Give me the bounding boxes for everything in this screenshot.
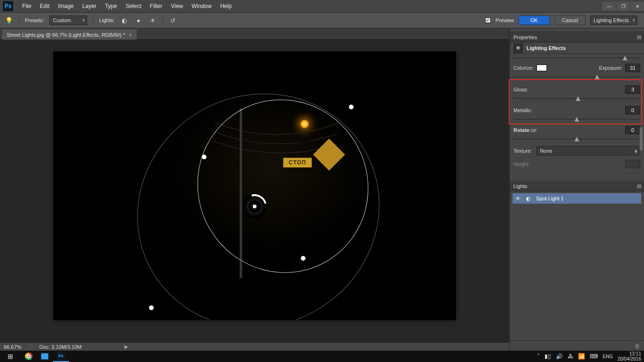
properties-tab[interactable]: Properties▤ [510,32,644,42]
light-handle[interactable] [202,155,206,159]
light-handle[interactable] [301,256,305,261]
colorize-swatch[interactable] [537,65,547,71]
tray-network-icon[interactable]: 🖧 [568,353,573,360]
zoom-level[interactable]: 66.67% [4,344,21,350]
properties-scrollbar[interactable] [639,71,643,157]
menu-view[interactable]: View [166,0,187,12]
status-info-icon[interactable]: ⬚ [28,344,33,350]
menu-window[interactable]: Window [187,0,216,12]
properties-header: ✳ Lighting Effects [510,42,644,54]
exposure-slider[interactable] [513,74,640,79]
canvas[interactable]: СТОП [54,52,455,320]
tray-keyboard-icon[interactable]: ⌨ [590,353,598,360]
exposure-label: Exposure: [599,65,622,71]
gloss-slider[interactable] [513,96,640,101]
taskbar-photoviewer-icon[interactable] [37,351,53,362]
menu-image[interactable]: Image [54,0,78,12]
cancel-button[interactable]: Cancel [554,16,586,25]
taskbar-photoshop-icon[interactable]: Ps [53,351,69,362]
light-list-item[interactable]: 👁 ◐ Spot Light 1 [512,193,641,204]
metallic-slider[interactable] [513,117,640,122]
point-light-icon[interactable]: ● [134,16,143,25]
light-item-label: Spot Light 1 [536,196,564,201]
document-tab[interactable]: Street Lights.jpg @ 66.7% (Light Effects… [2,29,137,41]
height-value [625,160,640,168]
preview-label: Preview [495,17,514,23]
lights-tab[interactable]: Lights▤ [510,181,644,191]
tray-language[interactable]: ENG [603,354,613,359]
window-restore-button[interactable]: ❐ [617,2,630,10]
panel-menu-icon[interactable]: ▤ [637,183,641,189]
lights-list: 👁 ◐ Spot Light 1 [510,191,644,206]
menu-edit[interactable]: Edit [35,0,54,12]
colorize-label: Colorize: [513,65,534,71]
tab-close-icon[interactable]: × [129,32,132,38]
height-slider [513,171,640,175]
height-label: Height: [513,161,530,167]
menu-type[interactable]: Type [100,0,121,12]
taskbar-chrome-icon[interactable] [21,351,37,362]
lights-panel-footer: 🗑 [510,340,644,351]
preview-checkbox[interactable]: ✓ [485,17,491,23]
texture-select[interactable]: None [537,146,640,156]
document-tab-title: Street Lights.jpg @ 66.7% (Light Effects… [7,32,125,38]
visibility-eye-icon[interactable]: 👁 [514,196,521,201]
presets-select[interactable]: Custom [50,16,87,25]
menu-select[interactable]: Select [121,0,145,12]
lights-label: Lights: [99,17,114,23]
intensity-slider[interactable] [513,56,640,60]
status-bar: 66.67% ⬚ Doc: 3.10M/3.10M ▶ [0,342,509,351]
spot-light-icon[interactable]: ◐ [120,16,129,25]
light-handle[interactable] [349,105,354,109]
windows-taskbar: ⊞ Ps ˄ ▮▯ 🔊 🖧 📶 ⌨ ENG 13:11 20/04/2016 [0,351,644,362]
menu-file[interactable]: File [18,0,35,12]
tray-wifi-icon[interactable]: 📶 [578,353,585,360]
menu-layer[interactable]: Layer [78,0,100,12]
gloss-value[interactable]: 3 [625,85,640,94]
panel-menu-icon[interactable]: ▤ [637,34,641,40]
ambience-value[interactable]: 0 [625,126,640,134]
workspace: СТОП [0,40,509,342]
doc-size: Doc: 3.10M/3.10M [39,344,82,350]
tool-icon: 💡 [5,16,13,25]
reset-icon[interactable]: ↺ [169,16,177,25]
metallic-label: Metallic: [513,107,532,113]
menu-bar: Ps File Edit Image Layer Type Select Fil… [0,0,644,12]
lighting-header-icon: ✳ [513,43,523,53]
menu-help[interactable]: Help [216,0,236,12]
lighting-effects-select[interactable]: Lighting Effects [590,16,637,25]
ok-button[interactable]: OK [519,16,550,25]
metallic-value[interactable]: 0 [625,106,640,115]
status-arrow-icon[interactable]: ▶ [124,344,128,349]
menu-filter[interactable]: Filter [146,0,167,12]
spot-light-item-icon: ◐ [525,196,532,202]
infinite-light-icon[interactable]: ☀ [149,16,157,25]
start-button[interactable]: ⊞ [0,351,21,362]
texture-label: Texture: [513,148,532,154]
tray-volume-icon[interactable]: 🔊 [556,353,563,360]
tray-battery-icon[interactable]: ▮▯ [545,353,551,360]
photoshop-logo: Ps [3,1,13,11]
presets-label: Presets: [25,17,44,23]
options-bar: 💡 Presets: Custom Lights: ◐ ● ☀ ↺ ✓ Prev… [0,12,644,28]
ambience-slider[interactable] [513,137,640,141]
window-close-button[interactable]: ✕ [631,2,644,10]
tray-chevron-icon[interactable]: ˄ [537,353,540,360]
system-tray: ˄ ▮▯ 🔊 🖧 📶 ⌨ ENG 13:11 20/04/2016 [537,351,644,362]
rotate-label: Rotate [513,127,529,133]
gloss-label: Gloss: [513,87,528,92]
right-panel-dock: Properties▤ ✳ Lighting Effects Colorize:… [509,28,644,351]
exposure-value[interactable]: 31 [625,64,640,72]
properties-title: Lighting Effects [527,45,566,51]
light-handle[interactable] [149,305,154,310]
delete-light-icon[interactable]: 🗑 [635,343,640,349]
ambience-suffix: ce: [530,127,537,133]
window-minimize-button[interactable]: — [603,2,616,10]
tray-clock[interactable]: 13:11 20/04/2016 [618,351,641,362]
